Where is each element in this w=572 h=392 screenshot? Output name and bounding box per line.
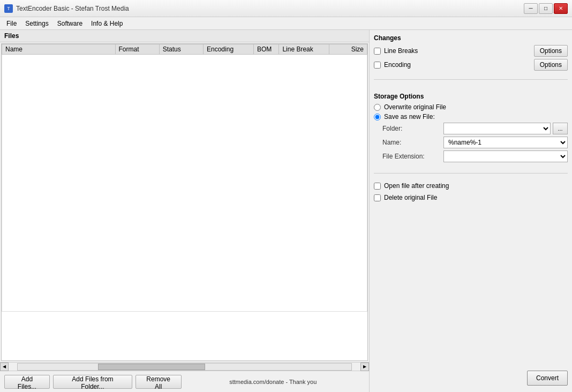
remove-all-button[interactable]: Remove All: [136, 375, 182, 389]
folder-browse-button[interactable]: ...: [553, 123, 568, 134]
folder-label: Folder:: [382, 125, 441, 132]
bottom-bar-left: Add Files... Add Files from Folder... Re…: [4, 375, 182, 389]
convert-button[interactable]: Convert: [527, 371, 568, 386]
name-label: Name:: [382, 139, 441, 146]
scroll-right-btn[interactable]: ▶: [360, 363, 369, 371]
col-size: Size: [329, 44, 367, 55]
files-label: Files: [4, 32, 19, 40]
col-name: Name: [2, 44, 116, 55]
overwrite-label: Overwrite original File: [384, 103, 446, 111]
encoding-options-button[interactable]: Options: [534, 59, 568, 71]
line-breaks-checkbox[interactable]: [374, 48, 381, 55]
divider-2: [374, 173, 568, 174]
storage-title: Storage Options: [374, 93, 568, 100]
col-encoding: Encoding: [204, 44, 254, 55]
file-table: Name Format Status Encoding BOM Line Bre…: [2, 44, 367, 312]
ext-select[interactable]: .txt.csvCustom...: [443, 150, 568, 162]
col-bom: BOM: [254, 44, 279, 55]
donate-text: sttmedia.com/donate - Thank you: [185, 379, 362, 385]
open-after-row: Open file after creating: [374, 182, 568, 190]
bottom-bar: Add Files... Add Files from Folder... Re…: [0, 371, 369, 392]
ext-label: File Extension:: [382, 153, 441, 160]
minimize-button[interactable]: ─: [524, 3, 538, 14]
close-button[interactable]: ✕: [554, 3, 568, 14]
scroll-left-btn[interactable]: ◀: [0, 363, 9, 371]
delete-original-checkbox[interactable]: [374, 194, 381, 201]
name-select[interactable]: %name%-1%name%Custom...: [443, 137, 568, 148]
menu-bar: File Settings Software Info & Help: [0, 17, 572, 30]
right-panel: Changes Line Breaks Options Encoding Opt…: [370, 30, 572, 392]
menu-file[interactable]: File: [2, 19, 21, 28]
file-table-container[interactable]: Name Format Status Encoding BOM Line Bre…: [1, 43, 368, 361]
changes-section: Changes Line Breaks Options Encoding Opt…: [374, 34, 568, 71]
line-breaks-options-button[interactable]: Options: [534, 45, 568, 57]
add-files-button[interactable]: Add Files...: [4, 375, 50, 389]
changes-title: Changes: [374, 34, 568, 42]
storage-section: Storage Options Overwrite original File …: [374, 93, 568, 164]
menu-settings[interactable]: Settings: [21, 19, 52, 28]
window-title: TextEncoder Basic - Stefan Trost Media: [16, 5, 129, 12]
save-as-new-label: Save as new File:: [384, 113, 435, 120]
open-after-label: Open file after creating: [384, 182, 449, 190]
col-status: Status: [159, 44, 203, 55]
title-buttons: ─ □ ✕: [524, 3, 568, 14]
overwrite-row: Overwrite original File: [374, 103, 568, 111]
delete-original-label: Delete original File: [384, 194, 437, 201]
delete-original-row: Delete original File: [374, 194, 568, 201]
title-bar: T TextEncoder Basic - Stefan Trost Media…: [0, 0, 572, 17]
line-breaks-label: Line Breaks: [384, 47, 418, 55]
folder-row: Folder: Same as sourceCustom... ...: [374, 123, 568, 134]
app-icon: T: [4, 4, 13, 13]
changes-inner: Line Breaks Options Encoding Options: [374, 45, 568, 71]
check-options: Open file after creating Delete original…: [374, 182, 568, 203]
col-format: Format: [115, 44, 159, 55]
right-bottom: Convert: [374, 368, 568, 388]
left-panel: Files Name Format Status Encoding BOM Li…: [0, 30, 370, 392]
main-container: Files Name Format Status Encoding BOM Li…: [0, 30, 572, 392]
menu-software[interactable]: Software: [53, 19, 87, 28]
hscrollbar-thumb[interactable]: [98, 364, 205, 370]
overwrite-radio[interactable]: [374, 104, 381, 111]
open-after-checkbox[interactable]: [374, 183, 381, 190]
encoding-row: Encoding Options: [374, 59, 568, 71]
line-breaks-row: Line Breaks Options: [374, 45, 568, 57]
add-files-from-folder-button[interactable]: Add Files from Folder...: [53, 375, 132, 389]
maximize-button[interactable]: □: [539, 3, 553, 14]
save-as-new-row: Save as new File:: [374, 113, 568, 120]
hscrollbar[interactable]: ◀ ▶: [0, 362, 369, 371]
name-row: Name: %name%-1%name%Custom...: [374, 137, 568, 148]
title-bar-left: T TextEncoder Basic - Stefan Trost Media: [4, 4, 129, 13]
folder-select[interactable]: Same as sourceCustom...: [443, 123, 551, 134]
hscrollbar-track[interactable]: [17, 363, 352, 371]
divider-1: [374, 79, 568, 80]
ext-row: File Extension: .txt.csvCustom...: [374, 150, 568, 162]
files-header: Files: [0, 30, 369, 42]
encoding-label: Encoding: [384, 61, 411, 69]
encoding-checkbox[interactable]: [374, 62, 381, 69]
menu-info-help[interactable]: Info & Help: [87, 19, 127, 28]
col-linebreak: Line Break: [279, 44, 329, 55]
save-as-new-radio[interactable]: [374, 114, 381, 120]
